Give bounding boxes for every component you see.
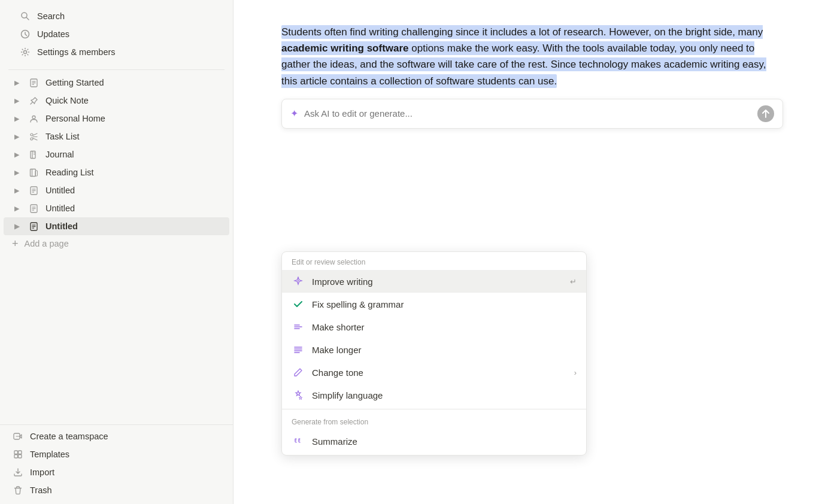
simplify-language-label: Simplify language xyxy=(312,390,577,400)
sidebar-item-untitled-2[interactable]: ▶ Untitled xyxy=(4,199,229,217)
sidebar-item-untitled-3[interactable]: ▶ Untitled xyxy=(4,217,229,235)
dropdown-item-make-longer[interactable]: Make longer xyxy=(282,338,586,361)
trash-icon xyxy=(12,484,24,496)
templates-icon xyxy=(12,448,24,460)
dropdown-divider xyxy=(282,409,586,409)
sparkle-icon xyxy=(292,275,305,288)
edit-section-header: Edit or review selection xyxy=(282,252,586,270)
sidebar-item-getting-started[interactable]: ▶ Getting Started xyxy=(4,74,229,92)
check-icon xyxy=(292,297,305,311)
dropdown-item-summarize[interactable]: Summarize xyxy=(282,430,586,455)
make-shorter-label: Make shorter xyxy=(312,322,577,332)
content-paragraph[interactable]: Students often find writing challenging … xyxy=(281,24,783,89)
svg-rect-38 xyxy=(19,455,22,459)
doc-icon xyxy=(28,77,40,89)
svg-line-1 xyxy=(26,17,29,20)
templates-label: Templates xyxy=(30,450,221,459)
sidebar-pages: ▶ Getting Started ▶ Quick Note xyxy=(0,74,233,252)
dropdown-item-change-tone[interactable]: Change tone › xyxy=(282,361,586,384)
svg-line-8 xyxy=(31,102,33,104)
generate-section-header: Generate from selection xyxy=(282,412,586,430)
chevron-icon: ▶ xyxy=(12,204,22,213)
personal-home-label: Personal Home xyxy=(46,114,221,123)
selected-text: Students often find writing challenging … xyxy=(281,25,766,88)
ai-input-container: ✦ xyxy=(281,99,783,129)
sidebar-item-journal[interactable]: ▶ Journal xyxy=(4,145,229,163)
add-page-button[interactable]: + Add a page xyxy=(4,235,229,252)
gear-icon xyxy=(19,46,31,58)
dropdown-item-make-shorter[interactable]: Make shorter xyxy=(282,315,586,338)
chevron-icon: ▶ xyxy=(12,96,22,105)
sidebar-divider-1 xyxy=(8,69,225,70)
import-label: Import xyxy=(30,467,221,477)
improve-writing-label: Improve writing xyxy=(312,277,563,287)
trash-label: Trash xyxy=(30,485,221,495)
svg-point-39 xyxy=(298,280,299,281)
fix-spelling-label: Fix spelling & grammar xyxy=(312,299,577,309)
summarize-label: Summarize xyxy=(312,436,577,447)
chevron-icon: ▶ xyxy=(12,168,22,177)
chevron-icon: ▶ xyxy=(12,78,22,87)
lines-short-icon xyxy=(292,320,305,333)
ai-send-button[interactable] xyxy=(757,105,774,122)
untitled-1-label: Untitled xyxy=(46,186,221,195)
svg-rect-36 xyxy=(19,451,22,454)
search-icon xyxy=(19,10,31,22)
journal-label: Journal xyxy=(46,150,221,159)
dropdown-item-simplify-language[interactable]: Simplify language xyxy=(282,384,586,406)
simplify-icon xyxy=(292,388,305,402)
ai-input-field[interactable] xyxy=(304,108,757,119)
pin-icon xyxy=(28,95,40,107)
doc-icon xyxy=(28,202,40,214)
untitled-2-label: Untitled xyxy=(46,204,221,213)
content-area: Students often find writing challenging … xyxy=(233,0,831,504)
task-list-label: Task List xyxy=(46,132,221,141)
svg-line-12 xyxy=(32,133,37,135)
chevron-icon: ▶ xyxy=(12,132,22,141)
ai-sparkle-icon: ✦ xyxy=(290,108,298,119)
chevron-icon: ▶ xyxy=(12,186,22,195)
sidebar-settings[interactable]: Settings & members xyxy=(11,43,222,61)
settings-label: Settings & members xyxy=(37,47,214,57)
sidebar-import[interactable]: Import xyxy=(4,463,229,481)
make-longer-label: Make longer xyxy=(312,345,577,355)
dropdown-item-improve-writing[interactable]: Improve writing ↵ xyxy=(282,270,586,293)
sidebar-top: Search Updates Settings & members xyxy=(0,5,233,66)
improve-writing-shortcut: ↵ xyxy=(570,277,577,286)
chevron-icon: ▶ xyxy=(12,114,22,123)
chevron-icon: ▶ xyxy=(12,150,22,159)
sidebar-templates[interactable]: Templates xyxy=(4,445,229,463)
dropdown-item-fix-spelling[interactable]: Fix spelling & grammar xyxy=(282,293,586,315)
import-icon xyxy=(12,466,24,478)
updates-label: Updates xyxy=(37,29,214,39)
scissors-icon xyxy=(28,130,40,142)
svg-rect-35 xyxy=(14,451,18,454)
book-icon xyxy=(28,148,40,160)
sidebar-item-personal-home[interactable]: ▶ Personal Home xyxy=(4,110,229,127)
sidebar-search[interactable]: Search xyxy=(11,7,222,25)
sidebar-trash[interactable]: Trash xyxy=(4,481,229,499)
svg-rect-37 xyxy=(14,455,18,459)
book2-icon xyxy=(28,166,40,178)
sidebar-updates[interactable]: Updates xyxy=(11,25,222,43)
quotes-icon xyxy=(292,435,305,448)
lines-long-icon xyxy=(292,343,305,356)
person-icon xyxy=(28,113,40,125)
search-label: Search xyxy=(37,11,214,21)
sidebar-create-teamspace[interactable]: Create a teamspace xyxy=(4,427,229,445)
svg-point-3 xyxy=(24,51,27,54)
svg-line-13 xyxy=(32,138,37,139)
main-content: Students often find writing challenging … xyxy=(233,0,831,504)
sidebar-item-reading-list[interactable]: ▶ Reading List xyxy=(4,163,229,181)
chevron-icon: ▶ xyxy=(12,221,22,231)
sidebar: Search Updates Settings & members xyxy=(0,0,233,504)
getting-started-label: Getting Started xyxy=(46,78,221,87)
doc-icon xyxy=(28,184,40,196)
sidebar-item-untitled-1[interactable]: ▶ Untitled xyxy=(4,181,229,199)
add-page-label: Add a page xyxy=(25,239,69,248)
sidebar-item-task-list[interactable]: ▶ Task List xyxy=(4,127,229,145)
change-tone-label: Change tone xyxy=(312,368,567,378)
sidebar-item-quick-note[interactable]: ▶ Quick Note xyxy=(4,92,229,110)
clock-icon xyxy=(19,28,31,40)
sidebar-bottom: Create a teamspace Templates Import xyxy=(0,424,233,499)
